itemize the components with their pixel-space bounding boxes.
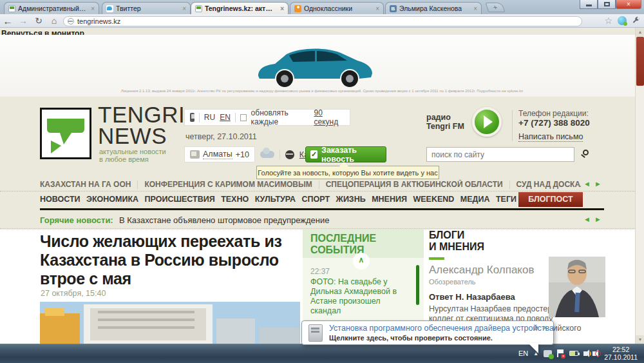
nav-item-economy[interactable]: ЭКОНОМИКА <box>86 195 138 204</box>
divider <box>199 113 200 123</box>
tengri-favicon-icon <box>195 5 202 12</box>
tab-close-icon[interactable]: × <box>375 5 379 12</box>
window-controls: × <box>580 0 641 9</box>
bookmark-star-icon[interactable]: ☆ <box>604 15 612 26</box>
tab-odnoklassniki[interactable]: Одноклассники × <box>290 2 384 14</box>
site-globe-icon <box>68 18 74 25</box>
main-article-photo[interactable] <box>40 302 300 344</box>
refresh-interval-link[interactable]: 90 секунд <box>314 108 345 126</box>
minimize-button[interactable] <box>580 0 598 9</box>
scrollbar-up-icon[interactable]: ▲ <box>636 28 644 36</box>
restore-button[interactable] <box>598 0 616 9</box>
topic-link[interactable]: КАЗАХСТАН НА ГА ООН <box>40 180 131 189</box>
topic-link[interactable]: КОНФЕРЕНЦИЯ С КАРИМОМ МАСИМОВЫМ <box>144 180 312 189</box>
site-title-line2: NEWS <box>98 125 185 146</box>
ticker-prev-icon[interactable]: ◄ <box>583 180 591 188</box>
notification-close-icon[interactable]: ✕ <box>543 324 548 331</box>
lang-ru-link[interactable]: RU <box>204 113 215 122</box>
tab-strip: Административный интер × Твиттер × Tengr… <box>0 0 644 14</box>
divider <box>509 181 510 189</box>
wrench-menu-icon[interactable] <box>632 17 640 25</box>
events-scrollbar-thumb[interactable] <box>416 265 419 305</box>
main-article-title[interactable]: Число желающих переехать из Казахстана в… <box>40 232 303 288</box>
toolbar-right: ☆ <box>604 15 640 26</box>
hot-news-headline[interactable]: В Казахстане объявлено штормовое предупр… <box>119 215 329 225</box>
car-banner-image <box>248 40 377 90</box>
nav-item-techno[interactable]: ТЕХНО <box>221 195 249 204</box>
hot-news-prev-icon[interactable]: ◄ <box>583 215 591 223</box>
nav-item-media[interactable]: МЕДИА <box>460 195 490 204</box>
topic-link[interactable]: СПЕЦОПЕРАЦИЯ В АКТЮБИНСКОЙ ОБЛАСТИ <box>326 180 503 189</box>
tab-close-icon[interactable]: × <box>280 5 284 12</box>
site-title: TENGRI NEWS <box>98 104 185 146</box>
reload-icon[interactable]: ↻ <box>31 15 46 26</box>
nav-item-life[interactable]: ЖИЗНЬ <box>336 195 366 204</box>
action-center-flag-icon[interactable]: × <box>557 349 564 357</box>
weather-widget[interactable]: Алматы +10 <box>184 146 255 162</box>
close-button[interactable]: × <box>616 0 641 9</box>
notification-settings-icon[interactable]: ⚙ <box>533 324 539 331</box>
tengri-logo-icon <box>42 110 90 157</box>
blog-author-photo[interactable] <box>549 257 605 317</box>
tab-tengrinews-active[interactable]: Tengrinews.kz: актуальные × <box>191 2 289 14</box>
device-install-tray-icon[interactable] <box>544 350 552 357</box>
nav-item-weekend[interactable]: WEEKEND <box>413 195 454 204</box>
tab-title: Административный интер <box>18 5 88 12</box>
nav-item-opinions[interactable]: МНЕНИЯ <box>372 195 407 204</box>
event-item[interactable]: 22:37 ФОТО: На свадьбе у Дильназ Ахмадие… <box>310 267 407 316</box>
nav-item-news[interactable]: НОВОСТИ <box>40 195 80 204</box>
language-indicator[interactable]: EN <box>518 349 528 357</box>
search-input[interactable] <box>426 147 574 162</box>
driver-install-notification[interactable]: Установка программного обеспечения драйв… <box>301 320 554 345</box>
volume-muted-icon[interactable] <box>592 351 596 356</box>
tab-twitter[interactable]: Твиттер × <box>102 2 191 14</box>
tengrinews-logo[interactable] <box>40 108 91 159</box>
write-letter-link[interactable]: Написать письмо <box>518 132 583 142</box>
tab-close-icon[interactable]: × <box>182 5 186 12</box>
nav-item-sport[interactable]: СПОРТ <box>302 195 330 204</box>
clock[interactable]: 22:52 27.10.2011 <box>601 346 640 361</box>
editorial-phone-number: +7 (727) 388 8020 <box>518 118 590 128</box>
tab-title: Одноклассники <box>304 5 352 12</box>
new-tab-button[interactable]: + <box>486 3 506 12</box>
radio-play-button[interactable] <box>472 107 502 137</box>
battery-icon[interactable] <box>569 351 578 356</box>
nav-item-tags[interactable]: ТЕГИ <box>496 195 516 204</box>
current-date: четверг, 27.10.2011 <box>185 132 257 141</box>
radio-label-line2: Tengri FM <box>426 122 464 131</box>
order-news-button[interactable]: ✓ Заказать новость <box>305 146 386 162</box>
tab-close-icon[interactable]: × <box>91 5 95 12</box>
tab-admin[interactable]: Административный интер × <box>4 2 99 14</box>
weather-city[interactable]: Алматы <box>203 150 232 159</box>
home-icon[interactable]: ⌂ <box>46 15 62 26</box>
lang-en-link[interactable]: EN <box>220 113 231 122</box>
extension-icon[interactable] <box>618 16 627 25</box>
address-bar[interactable]: tengrinews.kz <box>63 16 582 26</box>
forward-icon[interactable]: → <box>15 15 31 26</box>
divider <box>279 150 280 159</box>
tab-title: Tengrinews.kz: актуальные <box>205 5 274 12</box>
mobile-phone-icon[interactable] <box>190 113 194 122</box>
desktop: Административный интер × Твиттер × Tengr… <box>0 0 644 363</box>
refresh-checkbox[interactable] <box>240 114 247 121</box>
tab-vk[interactable]: В Эльмира Каскенова × <box>385 2 482 14</box>
refresh-label: обновлять каждые <box>251 108 310 126</box>
nav-item-incidents[interactable]: ПРОИСШЕСТВИЯ <box>145 195 215 204</box>
event-text[interactable]: ФОТО: На свадьбе у Дильназ Ахмадиевой в … <box>310 277 407 316</box>
latest-events-title-line2: СОБЫТИЯ <box>310 244 424 256</box>
scrollbar-down-icon[interactable]: ▼ <box>636 335 644 344</box>
tab-close-icon[interactable]: × <box>473 5 477 12</box>
scrollbar-thumb[interactable] <box>636 37 644 86</box>
nav-item-blogpost[interactable]: БЛОГПОСТ <box>518 192 583 207</box>
volume-icon[interactable] <box>583 351 587 356</box>
page-scrollbar[interactable]: ▲ ▼ <box>635 28 644 344</box>
ticker-next-icon[interactable]: ► <box>594 180 601 188</box>
topic-link[interactable]: СУД НАД ДОСКАЛИЕВЫМ <box>516 180 581 189</box>
restore-icon <box>604 2 610 6</box>
nav-item-culture[interactable]: КУЛЬТУРА <box>255 195 296 204</box>
divider <box>0 191 644 191</box>
hot-news-next-icon[interactable]: ► <box>594 215 601 223</box>
back-icon[interactable]: ← <box>0 15 15 26</box>
search-icon[interactable] <box>583 150 589 155</box>
ad-banner[interactable]: Лицензия 2.1.13, выдана 24 января 2011г.… <box>0 35 644 97</box>
